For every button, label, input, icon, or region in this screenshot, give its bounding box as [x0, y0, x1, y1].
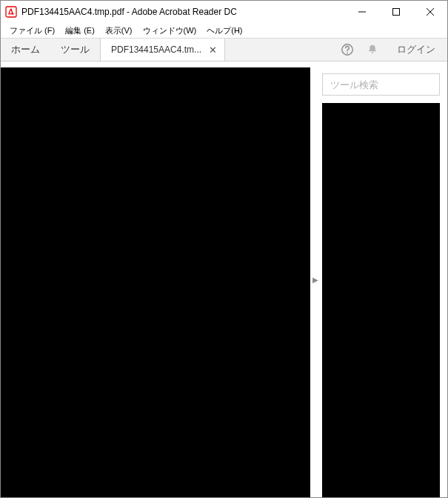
document-pane	[1, 62, 312, 497]
tools-panel[interactable]	[322, 103, 440, 497]
window-title: PDF134415AAC4.tmp.pdf - Adobe Acrobat Re…	[21, 7, 237, 17]
maximize-button[interactable]	[379, 1, 413, 23]
titlebar: PDF134415AAC4.tmp.pdf - Adobe Acrobat Re…	[1, 1, 447, 23]
menu-window[interactable]: ウィンドウ(W)	[138, 24, 201, 38]
bell-icon[interactable]	[360, 39, 385, 61]
help-icon[interactable]	[335, 39, 360, 61]
login-button[interactable]: ログイン	[385, 39, 447, 61]
document-page[interactable]	[1, 67, 310, 497]
menubar: ファイル (F) 編集 (E) 表示(V) ウィンドウ(W) ヘルプ(H)	[1, 23, 447, 38]
close-tab-icon[interactable]: ✕	[209, 45, 217, 55]
tool-search-input[interactable]	[323, 74, 439, 95]
tab-document-label: PDF134415AAC4.tm...	[111, 44, 201, 55]
menu-file[interactable]: ファイル (F)	[5, 24, 59, 38]
minimize-button[interactable]	[345, 1, 379, 23]
menu-edit[interactable]: 編集 (E)	[61, 24, 99, 38]
svg-rect-1	[393, 9, 400, 16]
tab-row: ホーム ツール PDF134415AAC4.tm... ✕ ログイン	[1, 38, 447, 62]
tab-tools[interactable]: ツール	[50, 39, 100, 61]
tab-document[interactable]: PDF134415AAC4.tm... ✕	[100, 39, 225, 61]
menu-view[interactable]: 表示(V)	[101, 24, 137, 38]
chevron-right-icon: ▶	[312, 265, 318, 294]
svg-point-5	[347, 53, 348, 54]
splitter[interactable]: ▶	[312, 62, 319, 497]
menu-help[interactable]: ヘルプ(H)	[202, 24, 247, 38]
tool-search-box	[322, 73, 440, 96]
main-area: ▶	[1, 62, 447, 497]
right-pane	[319, 62, 447, 497]
close-button[interactable]	[413, 1, 447, 23]
tab-home[interactable]: ホーム	[1, 39, 50, 61]
acrobat-icon	[5, 6, 17, 18]
